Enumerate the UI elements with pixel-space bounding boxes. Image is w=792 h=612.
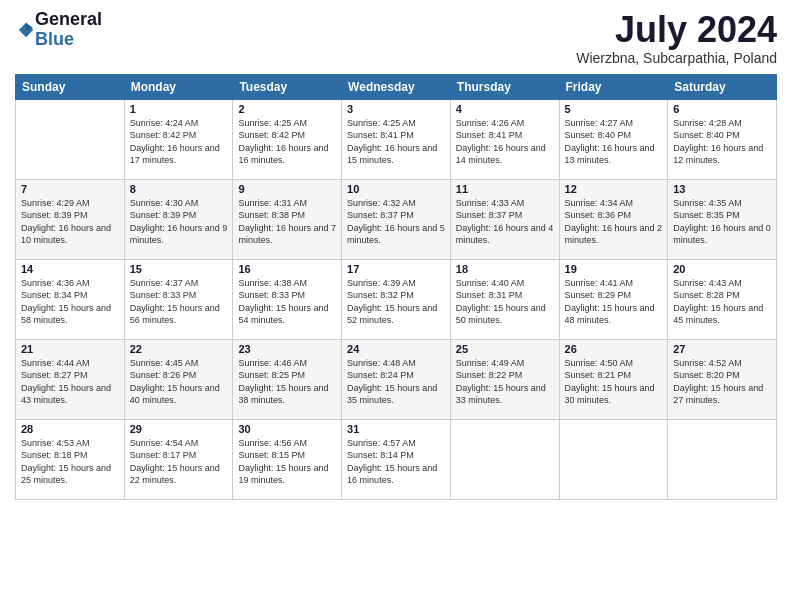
day-number: 30 bbox=[238, 423, 336, 435]
day-info: Sunrise: 4:26 AMSunset: 8:41 PMDaylight:… bbox=[456, 117, 554, 167]
table-cell: 1 Sunrise: 4:24 AMSunset: 8:42 PMDayligh… bbox=[124, 99, 233, 179]
day-number: 19 bbox=[565, 263, 663, 275]
logo: General Blue bbox=[15, 10, 102, 50]
col-saturday: Saturday bbox=[668, 74, 777, 99]
week-row-3: 14 Sunrise: 4:36 AMSunset: 8:34 PMDaylig… bbox=[16, 259, 777, 339]
day-info: Sunrise: 4:57 AMSunset: 8:14 PMDaylight:… bbox=[347, 437, 445, 487]
day-info: Sunrise: 4:33 AMSunset: 8:37 PMDaylight:… bbox=[456, 197, 554, 247]
table-cell: 14 Sunrise: 4:36 AMSunset: 8:34 PMDaylig… bbox=[16, 259, 125, 339]
day-info: Sunrise: 4:40 AMSunset: 8:31 PMDaylight:… bbox=[456, 277, 554, 327]
day-number: 27 bbox=[673, 343, 771, 355]
logo-icon bbox=[17, 21, 35, 39]
day-number: 4 bbox=[456, 103, 554, 115]
table-cell bbox=[668, 419, 777, 499]
header-row: Sunday Monday Tuesday Wednesday Thursday… bbox=[16, 74, 777, 99]
table-cell: 8 Sunrise: 4:30 AMSunset: 8:39 PMDayligh… bbox=[124, 179, 233, 259]
day-number: 13 bbox=[673, 183, 771, 195]
table-cell: 19 Sunrise: 4:41 AMSunset: 8:29 PMDaylig… bbox=[559, 259, 668, 339]
col-thursday: Thursday bbox=[450, 74, 559, 99]
day-info: Sunrise: 4:43 AMSunset: 8:28 PMDaylight:… bbox=[673, 277, 771, 327]
table-cell: 27 Sunrise: 4:52 AMSunset: 8:20 PMDaylig… bbox=[668, 339, 777, 419]
day-info: Sunrise: 4:30 AMSunset: 8:39 PMDaylight:… bbox=[130, 197, 228, 247]
col-monday: Monday bbox=[124, 74, 233, 99]
day-number: 12 bbox=[565, 183, 663, 195]
week-row-2: 7 Sunrise: 4:29 AMSunset: 8:39 PMDayligh… bbox=[16, 179, 777, 259]
col-tuesday: Tuesday bbox=[233, 74, 342, 99]
col-friday: Friday bbox=[559, 74, 668, 99]
day-info: Sunrise: 4:25 AMSunset: 8:41 PMDaylight:… bbox=[347, 117, 445, 167]
day-number: 5 bbox=[565, 103, 663, 115]
day-info: Sunrise: 4:46 AMSunset: 8:25 PMDaylight:… bbox=[238, 357, 336, 407]
day-number: 15 bbox=[130, 263, 228, 275]
day-info: Sunrise: 4:54 AMSunset: 8:17 PMDaylight:… bbox=[130, 437, 228, 487]
table-cell: 29 Sunrise: 4:54 AMSunset: 8:17 PMDaylig… bbox=[124, 419, 233, 499]
day-info: Sunrise: 4:45 AMSunset: 8:26 PMDaylight:… bbox=[130, 357, 228, 407]
day-number: 18 bbox=[456, 263, 554, 275]
table-cell: 21 Sunrise: 4:44 AMSunset: 8:27 PMDaylig… bbox=[16, 339, 125, 419]
table-cell: 17 Sunrise: 4:39 AMSunset: 8:32 PMDaylig… bbox=[342, 259, 451, 339]
day-number: 25 bbox=[456, 343, 554, 355]
day-number: 2 bbox=[238, 103, 336, 115]
table-cell: 31 Sunrise: 4:57 AMSunset: 8:14 PMDaylig… bbox=[342, 419, 451, 499]
day-info: Sunrise: 4:36 AMSunset: 8:34 PMDaylight:… bbox=[21, 277, 119, 327]
subtitle: Wierzbna, Subcarpathia, Poland bbox=[576, 50, 777, 66]
day-number: 3 bbox=[347, 103, 445, 115]
day-number: 10 bbox=[347, 183, 445, 195]
day-number: 29 bbox=[130, 423, 228, 435]
title-section: July 2024 Wierzbna, Subcarpathia, Poland bbox=[576, 10, 777, 66]
day-info: Sunrise: 4:56 AMSunset: 8:15 PMDaylight:… bbox=[238, 437, 336, 487]
table-cell: 18 Sunrise: 4:40 AMSunset: 8:31 PMDaylig… bbox=[450, 259, 559, 339]
day-info: Sunrise: 4:53 AMSunset: 8:18 PMDaylight:… bbox=[21, 437, 119, 487]
day-info: Sunrise: 4:35 AMSunset: 8:35 PMDaylight:… bbox=[673, 197, 771, 247]
day-number: 17 bbox=[347, 263, 445, 275]
table-cell: 2 Sunrise: 4:25 AMSunset: 8:42 PMDayligh… bbox=[233, 99, 342, 179]
week-row-5: 28 Sunrise: 4:53 AMSunset: 8:18 PMDaylig… bbox=[16, 419, 777, 499]
table-cell: 20 Sunrise: 4:43 AMSunset: 8:28 PMDaylig… bbox=[668, 259, 777, 339]
main-title: July 2024 bbox=[576, 10, 777, 50]
table-cell: 9 Sunrise: 4:31 AMSunset: 8:38 PMDayligh… bbox=[233, 179, 342, 259]
day-info: Sunrise: 4:48 AMSunset: 8:24 PMDaylight:… bbox=[347, 357, 445, 407]
logo-general: General bbox=[35, 10, 102, 30]
day-info: Sunrise: 4:29 AMSunset: 8:39 PMDaylight:… bbox=[21, 197, 119, 247]
logo-blue: Blue bbox=[35, 30, 102, 50]
table-cell: 22 Sunrise: 4:45 AMSunset: 8:26 PMDaylig… bbox=[124, 339, 233, 419]
day-info: Sunrise: 4:44 AMSunset: 8:27 PMDaylight:… bbox=[21, 357, 119, 407]
table-cell: 28 Sunrise: 4:53 AMSunset: 8:18 PMDaylig… bbox=[16, 419, 125, 499]
table-cell: 6 Sunrise: 4:28 AMSunset: 8:40 PMDayligh… bbox=[668, 99, 777, 179]
page: General Blue July 2024 Wierzbna, Subcarp… bbox=[0, 0, 792, 612]
table-cell: 5 Sunrise: 4:27 AMSunset: 8:40 PMDayligh… bbox=[559, 99, 668, 179]
table-cell: 16 Sunrise: 4:38 AMSunset: 8:33 PMDaylig… bbox=[233, 259, 342, 339]
day-number: 1 bbox=[130, 103, 228, 115]
table-cell: 24 Sunrise: 4:48 AMSunset: 8:24 PMDaylig… bbox=[342, 339, 451, 419]
day-info: Sunrise: 4:34 AMSunset: 8:36 PMDaylight:… bbox=[565, 197, 663, 247]
table-cell: 12 Sunrise: 4:34 AMSunset: 8:36 PMDaylig… bbox=[559, 179, 668, 259]
table-cell: 11 Sunrise: 4:33 AMSunset: 8:37 PMDaylig… bbox=[450, 179, 559, 259]
day-number: 24 bbox=[347, 343, 445, 355]
day-number: 31 bbox=[347, 423, 445, 435]
day-info: Sunrise: 4:50 AMSunset: 8:21 PMDaylight:… bbox=[565, 357, 663, 407]
day-number: 9 bbox=[238, 183, 336, 195]
day-number: 11 bbox=[456, 183, 554, 195]
day-number: 8 bbox=[130, 183, 228, 195]
header: General Blue July 2024 Wierzbna, Subcarp… bbox=[15, 10, 777, 66]
table-cell: 13 Sunrise: 4:35 AMSunset: 8:35 PMDaylig… bbox=[668, 179, 777, 259]
day-info: Sunrise: 4:32 AMSunset: 8:37 PMDaylight:… bbox=[347, 197, 445, 247]
table-cell bbox=[450, 419, 559, 499]
day-number: 20 bbox=[673, 263, 771, 275]
day-info: Sunrise: 4:52 AMSunset: 8:20 PMDaylight:… bbox=[673, 357, 771, 407]
day-info: Sunrise: 4:39 AMSunset: 8:32 PMDaylight:… bbox=[347, 277, 445, 327]
day-info: Sunrise: 4:24 AMSunset: 8:42 PMDaylight:… bbox=[130, 117, 228, 167]
table-cell: 4 Sunrise: 4:26 AMSunset: 8:41 PMDayligh… bbox=[450, 99, 559, 179]
day-info: Sunrise: 4:37 AMSunset: 8:33 PMDaylight:… bbox=[130, 277, 228, 327]
table-cell: 26 Sunrise: 4:50 AMSunset: 8:21 PMDaylig… bbox=[559, 339, 668, 419]
table-cell: 3 Sunrise: 4:25 AMSunset: 8:41 PMDayligh… bbox=[342, 99, 451, 179]
day-number: 28 bbox=[21, 423, 119, 435]
day-number: 26 bbox=[565, 343, 663, 355]
day-number: 16 bbox=[238, 263, 336, 275]
table-cell: 30 Sunrise: 4:56 AMSunset: 8:15 PMDaylig… bbox=[233, 419, 342, 499]
day-number: 14 bbox=[21, 263, 119, 275]
table-cell: 25 Sunrise: 4:49 AMSunset: 8:22 PMDaylig… bbox=[450, 339, 559, 419]
day-info: Sunrise: 4:49 AMSunset: 8:22 PMDaylight:… bbox=[456, 357, 554, 407]
day-info: Sunrise: 4:41 AMSunset: 8:29 PMDaylight:… bbox=[565, 277, 663, 327]
table-cell bbox=[16, 99, 125, 179]
